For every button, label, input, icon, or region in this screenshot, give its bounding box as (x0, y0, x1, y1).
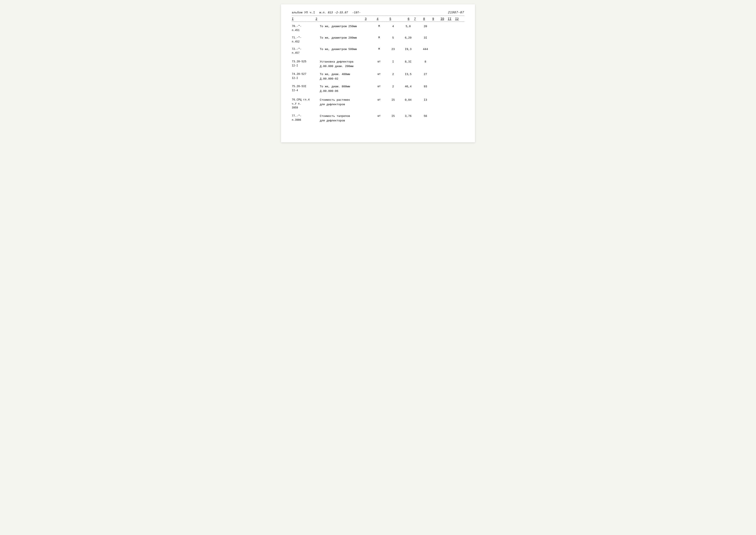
row-total: 444 (417, 47, 434, 51)
row-desc: То же, диаметром 280мм (320, 36, 371, 40)
table-row: 75.20-53I I2-4 То же, диам. 800мм Д.00.0… (292, 82, 464, 95)
row-desc: Стоимость талрепов для дефлекторов (320, 114, 371, 123)
col-header-6 (398, 17, 403, 21)
row-price: 5,0 (399, 24, 417, 28)
row-id-sub: п.452 (292, 40, 320, 44)
row-desc-line1: То же, диам. 400мм (320, 72, 369, 77)
row-id-sub2: 3959 (292, 106, 320, 110)
col-headers-row: I 2 3 4 5 6 7 8 9 IO II I2 (292, 16, 464, 21)
table-row: 77.-"- п.3986 Стоимость талрепов для деф… (292, 111, 464, 125)
page: альбом УП ч.I м.п. 813 -2-33.87 -197- 21… (281, 4, 475, 142)
row-total: 56 (417, 114, 434, 118)
row-unit: шт (371, 98, 387, 101)
row-id-sub: п.457 (292, 51, 320, 55)
row-id: 77.-"- п.3986 (292, 114, 320, 122)
row-desc: Стоимость растяжек для дефлекторов (320, 98, 371, 107)
row-desc-line2: для дефлекторов (320, 119, 369, 123)
row-id-main: 76.СРЦ гл.4 (292, 98, 320, 102)
row-unit: шт (371, 114, 387, 118)
col-header-1: I (292, 17, 315, 21)
row-id: 71.-"- п.452 (292, 36, 320, 44)
row-unit: М (371, 36, 387, 39)
row-desc-line1: То же, диаметром 280мм (320, 36, 357, 40)
row-price: 46,4 (399, 85, 417, 88)
row-unit: М (371, 47, 387, 51)
row-desc: То же, диаметром 250мм (320, 24, 371, 29)
row-qty: 2 (387, 72, 399, 76)
row-qty: I5 (387, 114, 399, 118)
row-total: I3 (417, 98, 434, 101)
row-price: I3,5 (399, 72, 417, 76)
row-price: I9,3 (399, 47, 417, 51)
row-desc-line1: Установка дефлектора (320, 60, 369, 64)
row-desc: То же, диам. 800мм Д.00.000-06 (320, 85, 371, 94)
row-price: 3,76 (399, 114, 417, 118)
row-desc: То же, диаметром 500мм (320, 47, 371, 52)
row-id-main: 73.20-525 (292, 60, 320, 64)
row-total: 20 (417, 24, 434, 28)
row-id-main: 74.20-527 (292, 72, 320, 76)
header-divider (292, 21, 464, 22)
row-total: 3I (417, 36, 434, 40)
album-label: альбом УП ч.I (292, 11, 315, 14)
row-desc-line2: для дефлекторов (320, 102, 369, 107)
row-total: 8 (417, 60, 434, 63)
row-id-main: 72.-"- (292, 47, 320, 51)
row-desc-line1: Стоимость талрепов (320, 114, 369, 119)
row-price: 6,29 (399, 36, 417, 40)
doc-num: 21987-07 (448, 11, 464, 14)
row-id: 75.20-53I I2-4 (292, 85, 320, 93)
header-row: альбом УП ч.I м.п. 813 -2-33.87 -197- 21… (292, 11, 464, 14)
col-header-11: II (448, 17, 455, 21)
row-id-sub: ч.У п. (292, 102, 320, 106)
row-desc: Установка дефлектора Д.00.000 диам. 200м… (320, 60, 371, 69)
row-total: 27 (417, 72, 434, 76)
row-desc-line1: То же, диам. 800мм (320, 85, 369, 89)
row-desc-line1: То же, диаметром 500мм (320, 48, 357, 51)
row-id-sub: I2-4 (292, 89, 320, 93)
col-header-12: I2 (455, 17, 464, 21)
col-header-3: 3 (359, 17, 372, 21)
table-row: 72.-"- п.457 То же, диаметром 500мм М 23… (292, 45, 464, 56)
row-desc: То же, диам. 400мм Д.00.000-02 (320, 72, 371, 81)
row-qty: I (387, 60, 399, 63)
row-id: 72.-"- п.457 (292, 47, 320, 55)
table-row: 70.-"- п.451 То же, диаметром 250мм М 4 … (292, 22, 464, 34)
row-desc-line2: Д.00.000-06 (320, 89, 369, 94)
row-id-main: 71.-"- (292, 36, 320, 40)
col-header-4: 4 (372, 17, 383, 21)
row-id-sub: I2-I (292, 64, 320, 68)
row-price: 8,3I (399, 60, 417, 63)
row-price: 0,84 (399, 98, 417, 101)
top-divider (292, 15, 464, 16)
row-qty: I5 (387, 98, 399, 101)
col-header-7: 7 (414, 17, 423, 21)
row-desc-line1: Стоимость растяжек (320, 98, 369, 102)
row-qty: 23 (387, 47, 399, 51)
row-qty: 5 (387, 36, 399, 40)
table-body: 70.-"- п.451 То же, диаметром 250мм М 4 … (292, 22, 464, 124)
table-row: 74.20-527 I2-I То же, диам. 400мм Д.00.0… (292, 70, 464, 83)
row-id-sub: I2-I (292, 76, 320, 80)
row-desc-line2: Д.00.000-02 (320, 77, 369, 81)
table-row: 71.-"- п.452 То же, диаметром 280мм М 5 … (292, 34, 464, 45)
col-header-10: IO (441, 17, 448, 21)
row-id: 74.20-527 I2-I (292, 72, 320, 80)
row-id: 73.20-525 I2-I (292, 60, 320, 68)
row-unit: шт (371, 85, 387, 88)
row-unit: шт (371, 60, 387, 63)
row-qty: 2 (387, 85, 399, 88)
row-id-main: 77.-"- (292, 114, 320, 118)
row-unit: М (371, 24, 387, 28)
row-desc-line2: Д.00.000 диам. 200мм (320, 64, 369, 69)
row-desc-line1: То же, диаметром 250мм (320, 25, 357, 28)
col-header-2: 2 (315, 17, 359, 21)
page-num: -197- (352, 11, 361, 14)
row-unit: шт (371, 72, 387, 76)
table-row: 73.20-525 I2-I Установка дефлектора Д.00… (292, 56, 464, 70)
row-id-main: 75.20-53I (292, 85, 320, 89)
col-header-5: 5 (383, 17, 398, 21)
col-header-8: 8 (423, 17, 432, 21)
row-id-main: 70.-"- (292, 24, 320, 28)
row-id: 76.СРЦ гл.4 ч.У п. 3959 (292, 98, 320, 110)
